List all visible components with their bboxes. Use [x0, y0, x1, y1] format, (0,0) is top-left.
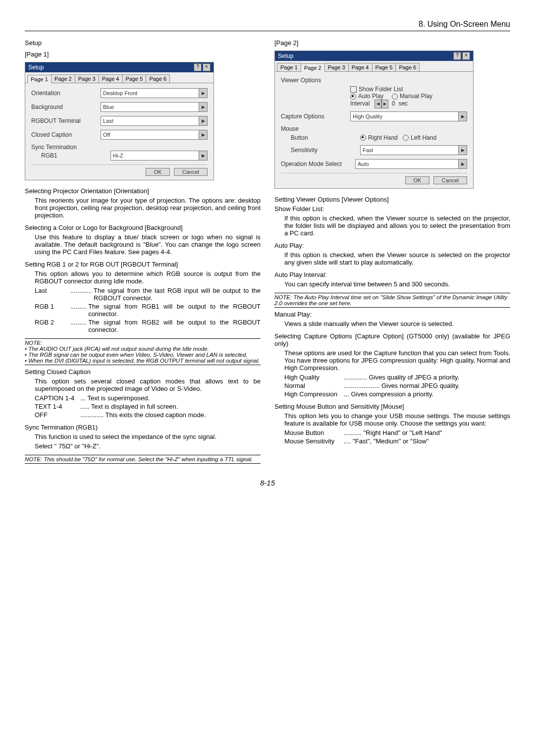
opmode-label: Operation Mode Select — [281, 161, 355, 167]
ok-button[interactable]: OK — [146, 168, 170, 176]
auto-play-radio[interactable] — [350, 94, 356, 100]
rgbout-dropdown[interactable]: Last▶ — [101, 116, 208, 126]
mouse-body: This option lets you to change your USB … — [274, 412, 510, 427]
capture-head: Selecting Capture Options [Capture Optio… — [274, 332, 510, 347]
right-hand-radio[interactable] — [360, 135, 366, 141]
orientation-label: Orientation — [31, 90, 101, 97]
manual-play-radio[interactable] — [392, 94, 398, 100]
background-dropdown[interactable]: Blue▶ — [101, 102, 208, 112]
capture-body: These options are used for the Capture f… — [274, 349, 510, 372]
setup-dialog-page2: Setup ? × Page 1 Page 2 Page 3 Page 4 Pa… — [274, 51, 474, 189]
sensitivity-dropdown[interactable]: Fast▶ — [360, 145, 467, 155]
cancel-button[interactable]: Cancel — [433, 176, 467, 184]
sync-dropdown[interactable]: Hi-Z▶ — [110, 151, 208, 161]
viewer-options-label: Viewer Options — [281, 77, 467, 84]
ap-head: Auto Play: — [274, 242, 510, 249]
rgbout-note: NOTE: • The AUDIO OUT jack (RCA) will no… — [25, 338, 261, 365]
tab-page1[interactable]: Page 1 — [277, 63, 301, 71]
mouse-head: Setting Mouse Button and Sensitivity [Mo… — [274, 403, 510, 410]
tab-page1[interactable]: Page 1 — [27, 75, 52, 83]
orientation-head: Selecting Projector Orientation [Orienta… — [25, 187, 261, 195]
sensitivity-label: Sensitivity — [291, 147, 360, 154]
dropdown-arrow-icon[interactable]: ▶ — [458, 146, 467, 155]
left-hand-radio[interactable] — [403, 135, 409, 141]
close-icon[interactable]: × — [203, 63, 211, 71]
api-body: You can specify interval time between 5 … — [274, 280, 510, 288]
button-label: Button — [291, 134, 360, 141]
tab-page4[interactable]: Page 4 — [348, 63, 373, 71]
sfl-body: If this option is checked, when the View… — [274, 215, 510, 237]
page-number: 8-15 — [25, 479, 510, 487]
help-icon[interactable]: ? — [194, 63, 202, 71]
background-body: Use this feature to display a blue/ blac… — [25, 233, 261, 256]
tab-page3[interactable]: Page 3 — [324, 63, 349, 71]
tab-page2[interactable]: Page 2 — [51, 74, 75, 83]
sync-label: Sync Termination — [31, 144, 101, 151]
page2-label: [Page 2] — [274, 39, 510, 47]
capture-label: Capture Options — [281, 113, 350, 120]
mp-head: Manual Play: — [274, 311, 510, 318]
dropdown-arrow-icon[interactable]: ▶ — [199, 151, 207, 160]
opmode-dropdown[interactable]: Auto▶ — [355, 159, 467, 169]
sync-note: NOTE: This should be "75Ω" for normal us… — [25, 455, 261, 464]
chapter-header: 8. Using On-Screen Menu — [25, 20, 510, 31]
dropdown-arrow-icon[interactable]: ▶ — [458, 160, 467, 168]
cc-body: This option sets several closed caption … — [25, 378, 261, 392]
tab-page3[interactable]: Page 3 — [75, 74, 99, 83]
mouse-label: Mouse — [281, 125, 467, 132]
dropdown-arrow-icon[interactable]: ▶ — [199, 130, 207, 139]
rgbout-label: RGBOUT Terminal — [31, 117, 101, 124]
cancel-button[interactable]: Cancel — [174, 168, 208, 176]
mp-body: Views a slide manually when the Viewer s… — [274, 320, 510, 327]
ok-button[interactable]: OK — [405, 176, 430, 184]
sync-head: Sync Termination (RGB1) — [25, 424, 261, 431]
sync-sub-label: RGB1 — [41, 152, 110, 159]
capture-dropdown[interactable]: High Quality▶ — [350, 111, 467, 121]
setup-title: Setup — [25, 39, 261, 47]
rgbout-head: Setting RGB 1 or 2 for RGB OUT [RGBOUT T… — [25, 261, 261, 268]
sync-body1: This function is used to select the impe… — [25, 433, 261, 440]
orientation-dropdown[interactable]: Desktop Front▶ — [101, 88, 208, 98]
tab-page6[interactable]: Page 6 — [395, 63, 420, 71]
close-icon[interactable]: × — [462, 52, 470, 60]
api-note: NOTE: The Auto Play Interval time set on… — [274, 293, 510, 308]
caption-dropdown[interactable]: Off▶ — [101, 130, 208, 140]
left-column: Setup [Page 1] Setup ? × Page 1 Page 2 P… — [25, 38, 261, 467]
dropdown-arrow-icon[interactable]: ▶ — [199, 103, 207, 111]
tab-strip: Page 1 Page 2 Page 3 Page 4 Page 5 Page … — [25, 72, 214, 83]
viewer-head: Setting Viewer Options [Viewer Options] — [274, 196, 510, 203]
caption-label: Closed Caption — [31, 131, 101, 138]
page1-label: [Page 1] — [25, 51, 261, 58]
right-column: [Page 2] Setup ? × Page 1 Page 2 Page 3 … — [274, 38, 510, 467]
tab-page5[interactable]: Page 5 — [122, 74, 147, 83]
sfl-head: Show Folder List: — [274, 205, 510, 213]
setup-dialog-page1: Setup ? × Page 1 Page 2 Page 3 Page 4 Pa… — [25, 62, 214, 180]
cc-head: Setting Closed Caption — [25, 368, 261, 376]
ap-body: If this option is checked, when the View… — [274, 251, 510, 266]
help-icon[interactable]: ? — [453, 52, 461, 60]
api-head: Auto Play Interval: — [274, 271, 510, 278]
tab-page4[interactable]: Page 4 — [99, 74, 123, 83]
tab-page2[interactable]: Page 2 — [301, 63, 325, 72]
tab-page5[interactable]: Page 5 — [372, 63, 396, 71]
dropdown-arrow-icon[interactable]: ▶ — [199, 89, 207, 98]
dropdown-arrow-icon[interactable]: ▶ — [199, 116, 207, 125]
orientation-body: This reorients your image for your type … — [25, 197, 261, 219]
show-folder-checkbox[interactable] — [350, 86, 357, 93]
tab-page6[interactable]: Page 6 — [146, 74, 170, 83]
background-head: Selecting a Color or Logo for Background… — [25, 224, 261, 231]
dropdown-arrow-icon[interactable]: ▶ — [458, 112, 467, 121]
rgbout-body: This option allows you to determine whic… — [25, 270, 261, 285]
dialog-title: Setup — [278, 53, 452, 59]
background-label: Background — [31, 104, 101, 110]
interval-spinner[interactable]: ◀▶ — [374, 100, 388, 108]
sync-body2: Select " 75Ω" or "Hi-Z". — [25, 442, 261, 450]
dialog-title: Setup — [28, 64, 193, 71]
